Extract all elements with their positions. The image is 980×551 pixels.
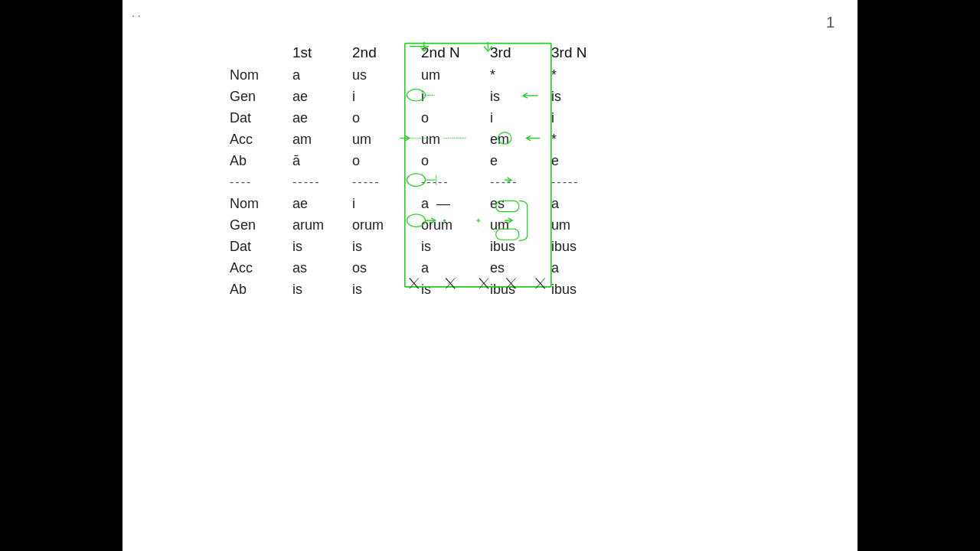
table-row: Dat ae o o i i: [230, 108, 666, 128]
2ndn-dat-sg: o: [421, 108, 490, 128]
case-nom-sg: Nom: [230, 65, 283, 85]
header-2nd: 2nd: [352, 42, 421, 64]
3rd-acc-pl: es: [490, 258, 551, 278]
right-panel: [858, 0, 980, 551]
2nd-gen-pl: orum: [352, 215, 421, 235]
1st-nom-sg: a: [283, 65, 352, 85]
3rdn-acc-sg: *: [551, 129, 612, 149]
1st-dat-pl: is: [283, 236, 352, 256]
3rd-dat-pl: ibus: [490, 236, 551, 256]
case-ab-pl: Ab: [230, 279, 283, 299]
div-3rdn: -----: [551, 175, 612, 189]
header-1st: 1st: [283, 42, 352, 64]
header-3rdn: 3rd N: [551, 42, 612, 64]
2ndn-acc-pl: a: [421, 258, 490, 278]
div-1st: -----: [283, 175, 352, 189]
table-row: Ab ā o o e e: [230, 151, 666, 171]
2nd-dat-pl: is: [352, 236, 421, 256]
3rdn-nom-pl: a: [551, 194, 612, 214]
2nd-nom-pl: i: [352, 194, 421, 214]
table-row: Acc as os a es a: [230, 258, 666, 278]
3rd-gen-pl: um: [490, 215, 551, 235]
header-3rd: 3rd: [490, 42, 551, 64]
3rdn-gen-sg: is: [551, 86, 612, 106]
3rd-acc-sg: em: [490, 129, 551, 149]
2nd-acc-pl: os: [352, 258, 421, 278]
page-number: 1: [826, 14, 835, 31]
case-acc-sg: Acc: [230, 129, 283, 149]
1st-dat-sg: ae: [283, 108, 352, 128]
2nd-nom-sg: us: [352, 65, 421, 85]
table-row: Nom ae i a — es a: [230, 194, 666, 214]
1st-gen-sg: ae: [283, 86, 352, 106]
3rdn-acc-pl: a: [551, 258, 612, 278]
2ndn-ab-pl: is: [421, 279, 490, 299]
table-header-row: 1st 2nd 2nd N 3rd 3rd N: [230, 42, 666, 64]
1st-acc-sg: am: [283, 129, 352, 149]
table-row: Gen ae i i is is: [230, 86, 666, 106]
3rd-dat-sg: i: [490, 108, 551, 128]
div-3rd: -----: [490, 175, 551, 189]
3rdn-ab-sg: e: [551, 151, 612, 171]
3rdn-nom-sg: *: [551, 65, 612, 85]
2nd-ab-pl: is: [352, 279, 421, 299]
case-nom-pl: Nom: [230, 194, 283, 214]
header-2ndn: 2nd N: [421, 42, 490, 64]
dots-decoration: · ·: [132, 9, 141, 21]
3rdn-gen-pl: um: [551, 215, 612, 235]
2nd-ab-sg: o: [352, 151, 421, 171]
case-ab-sg: Ab: [230, 151, 283, 171]
table-row: Nom a us um * *: [230, 65, 666, 85]
1st-ab-pl: is: [283, 279, 352, 299]
case-dat-pl: Dat: [230, 236, 283, 256]
2ndn-ab-sg: o: [421, 151, 490, 171]
2ndn-acc-sg: um: [421, 129, 490, 149]
table-row: Acc am um um em *: [230, 129, 666, 149]
2ndn-nom-sg: um: [421, 65, 490, 85]
2nd-dat-sg: o: [352, 108, 421, 128]
div-2ndn: -----: [421, 175, 490, 189]
2nd-gen-sg: i: [352, 86, 421, 106]
1st-ab-sg: ā: [283, 151, 352, 171]
case-gen-pl: Gen: [230, 215, 283, 235]
1st-acc-pl: as: [283, 258, 352, 278]
2ndn-gen-pl: orum: [421, 215, 490, 235]
case-acc-pl: Acc: [230, 258, 283, 278]
2ndn-dat-pl: is: [421, 236, 490, 256]
3rd-nom-pl: es: [490, 194, 551, 214]
2ndn-gen-sg: i: [421, 86, 490, 106]
case-gen-sg: Gen: [230, 86, 283, 106]
declension-table: 1st 2nd 2nd N 3rd 3rd N Nom a us um * * …: [230, 42, 666, 301]
3rd-nom-sg: *: [490, 65, 551, 85]
div-2nd: -----: [352, 175, 421, 189]
left-panel: [0, 0, 122, 551]
3rdn-dat-pl: ibus: [551, 236, 612, 256]
3rd-ab-sg: e: [490, 151, 551, 171]
3rdn-ab-pl: ibus: [551, 279, 612, 299]
div-case: ----: [230, 175, 283, 189]
3rdn-dat-sg: i: [551, 108, 612, 128]
table-row: Dat is is is ibus ibus: [230, 236, 666, 256]
divider-row: ---- ----- ----- ----- ----- -----: [230, 175, 666, 189]
table-row: Ab is is is ibus ibus: [230, 279, 666, 299]
2nd-acc-sg: um: [352, 129, 421, 149]
case-dat-sg: Dat: [230, 108, 283, 128]
table-row: Gen arum orum orum um um: [230, 215, 666, 235]
2ndn-nom-pl: a —: [421, 194, 490, 214]
main-area: 1 · ·: [122, 0, 858, 551]
3rd-ab-pl: ibus: [490, 279, 551, 299]
3rd-gen-sg: is: [490, 86, 551, 106]
1st-nom-pl: ae: [283, 194, 352, 214]
1st-gen-pl: arum: [283, 215, 352, 235]
